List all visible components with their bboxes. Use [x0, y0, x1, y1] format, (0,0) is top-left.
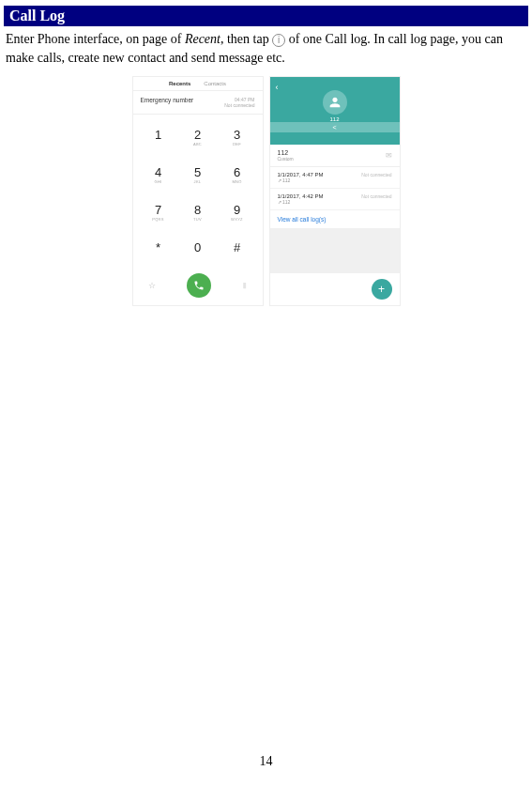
key-2[interactable]: 2ABC: [178, 122, 218, 160]
key-3[interactable]: 3DEF: [218, 122, 257, 160]
spacer: [270, 228, 400, 273]
recent-call-row[interactable]: Emergency number 04:47 PM Not connected: [133, 91, 263, 115]
info-icon: i: [272, 34, 285, 47]
recent-meta: 04:47 PM Not connected: [224, 97, 254, 108]
tab-contacts[interactable]: Contacts: [204, 81, 226, 86]
key-8[interactable]: 8TUV: [178, 197, 218, 235]
tabs-row: Recents Contacts: [133, 77, 263, 91]
log-row-1[interactable]: 1/1/2017, 4:47 PM ↗ 112 Not connected: [270, 167, 400, 189]
dialpad: 1 2ABC 3DEF 4GHI 5JKL 6MNO 7PQRS 8TUV 9W…: [133, 115, 263, 268]
back-icon[interactable]: ‹: [276, 83, 279, 92]
section-heading: Call Log: [4, 6, 528, 26]
log-sub: ↗ 112: [278, 199, 324, 205]
log-status: Not connected: [361, 172, 391, 177]
message-icon[interactable]: ✉: [386, 151, 392, 160]
key-9[interactable]: 9WXYZ: [218, 197, 257, 235]
screenshots-container: Recents Contacts Emergency number 04:47 …: [0, 76, 532, 306]
dialer-bottom-row: ☆ ⦀: [133, 268, 263, 305]
view-all-link[interactable]: View all call log(s): [270, 210, 400, 228]
key-0[interactable]: 0: [178, 235, 218, 268]
key-7[interactable]: 7PQRS: [139, 197, 178, 235]
recent-name: Emergency number: [141, 97, 194, 108]
key-4[interactable]: 4GHI: [139, 160, 178, 197]
call-button[interactable]: [187, 273, 211, 298]
add-contact-button[interactable]: +: [372, 279, 392, 300]
log-row-2[interactable]: 1/1/2017, 4:42 PM ↗ 112 Not connected: [270, 189, 400, 210]
fab-row: +: [270, 273, 400, 305]
log-left: 1/1/2017, 4:47 PM ↗ 112: [278, 172, 324, 183]
instruction-part1: Enter Phone interface, on page of: [6, 32, 185, 46]
contact-header: ‹ 112 <: [270, 77, 400, 145]
phone-icon: [193, 280, 205, 291]
favorite-icon[interactable]: ☆: [148, 281, 156, 290]
log-left: 1/1/2017, 4:42 PM ↗ 112: [278, 193, 324, 205]
key-1[interactable]: 1: [139, 122, 178, 160]
key-hash[interactable]: #: [218, 235, 257, 268]
share-row[interactable]: <: [270, 122, 400, 132]
instruction-recent: Recent: [185, 32, 220, 46]
contact-number: 112: [278, 149, 294, 156]
page-number: 14: [0, 754, 532, 769]
collapse-dialpad-icon[interactable]: ⦀: [243, 281, 247, 291]
contact-bar[interactable]: 112 Custom ✉: [270, 145, 400, 167]
instruction-part2: , then tap: [220, 32, 272, 46]
key-star[interactable]: *: [139, 235, 178, 268]
tab-recents[interactable]: Recents: [169, 81, 190, 86]
avatar: [323, 90, 347, 115]
person-icon: [327, 95, 342, 110]
recent-status: Not connected: [224, 102, 254, 108]
key-6[interactable]: 6MNO: [218, 160, 257, 197]
contact-type: Custom: [278, 156, 294, 162]
key-5[interactable]: 5JKL: [178, 160, 218, 197]
call-log-screenshot: ‹ 112 < 112 Custom ✉ 1/1/2017, 4:47 PM ↗…: [269, 76, 401, 306]
contact-info: 112 Custom: [278, 149, 294, 162]
log-sub: ↗ 112: [278, 177, 324, 183]
log-status: Not connected: [361, 193, 391, 199]
instruction-text: Enter Phone interface, on page of Recent…: [6, 30, 526, 67]
dialer-screenshot: Recents Contacts Emergency number 04:47 …: [132, 76, 264, 306]
